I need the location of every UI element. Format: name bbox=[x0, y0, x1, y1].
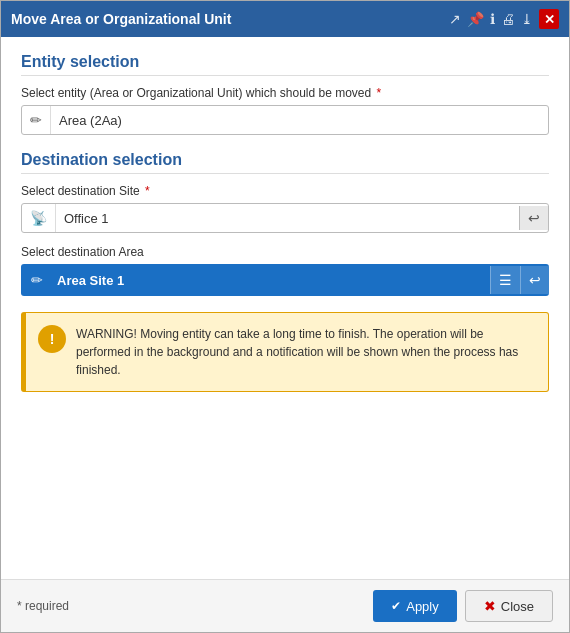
title-bar-icons: ↗ 📌 ℹ 🖨 ⤓ ✕ bbox=[449, 9, 559, 29]
required-note: * required bbox=[17, 599, 69, 613]
area-row-icon: ✏ bbox=[21, 264, 53, 296]
site-undo-button[interactable]: ↩ bbox=[519, 206, 548, 230]
apply-check-icon: ✔ bbox=[391, 599, 401, 613]
pin-icon[interactable]: 📌 bbox=[467, 11, 484, 27]
title-bar: Move Area or Organizational Unit ↗ 📌 ℹ 🖨… bbox=[1, 1, 569, 37]
apply-button[interactable]: ✔ Apply bbox=[373, 590, 457, 622]
entity-field-label: Select entity (Area or Organizational Un… bbox=[21, 86, 549, 100]
entity-input[interactable] bbox=[51, 107, 548, 134]
entity-field-icon: ✏ bbox=[22, 106, 51, 134]
dialog-body: Entity selection Select entity (Area or … bbox=[1, 37, 569, 579]
close-x-icon: ✖ bbox=[484, 598, 496, 614]
apply-label: Apply bbox=[406, 599, 439, 614]
warning-text: WARNING! Moving entity can take a long t… bbox=[76, 325, 536, 379]
warning-box: ! WARNING! Moving entity can take a long… bbox=[21, 312, 549, 392]
area-row-text: Area Site 1 bbox=[53, 265, 490, 296]
dialog: Move Area or Organizational Unit ↗ 📌 ℹ 🖨… bbox=[0, 0, 570, 633]
warning-icon: ! bbox=[38, 325, 66, 353]
entity-required-star: * bbox=[373, 86, 381, 100]
destination-section: Destination selection Select destination… bbox=[21, 151, 549, 296]
site-required-star: * bbox=[142, 184, 150, 198]
info-icon[interactable]: ℹ bbox=[490, 11, 495, 27]
entity-section: Entity selection Select entity (Area or … bbox=[21, 53, 549, 135]
site-field-icon: 📡 bbox=[22, 204, 56, 232]
entity-input-group: ✏ bbox=[21, 105, 549, 135]
dialog-footer: * required ✔ Apply ✖ Close bbox=[1, 579, 569, 632]
destination-section-title: Destination selection bbox=[21, 151, 549, 174]
export-icon[interactable]: ↗ bbox=[449, 11, 461, 27]
dialog-title: Move Area or Organizational Unit bbox=[11, 11, 231, 27]
area-field-label: Select destination Area bbox=[21, 245, 549, 259]
footer-buttons: ✔ Apply ✖ Close bbox=[373, 590, 553, 622]
print-icon[interactable]: 🖨 bbox=[501, 11, 515, 27]
download-icon[interactable]: ⤓ bbox=[521, 11, 533, 27]
area-undo-button[interactable]: ↩ bbox=[520, 266, 549, 294]
site-field-label: Select destination Site * bbox=[21, 184, 549, 198]
close-label: Close bbox=[501, 599, 534, 614]
area-list-button[interactable]: ☰ bbox=[490, 266, 520, 294]
area-selected-row: ✏ Area Site 1 ☰ ↩ bbox=[21, 264, 549, 296]
close-button[interactable]: ✖ Close bbox=[465, 590, 553, 622]
site-input[interactable] bbox=[56, 205, 519, 232]
entity-section-title: Entity selection bbox=[21, 53, 549, 76]
close-x-button[interactable]: ✕ bbox=[539, 9, 559, 29]
site-input-group: 📡 ↩ bbox=[21, 203, 549, 233]
